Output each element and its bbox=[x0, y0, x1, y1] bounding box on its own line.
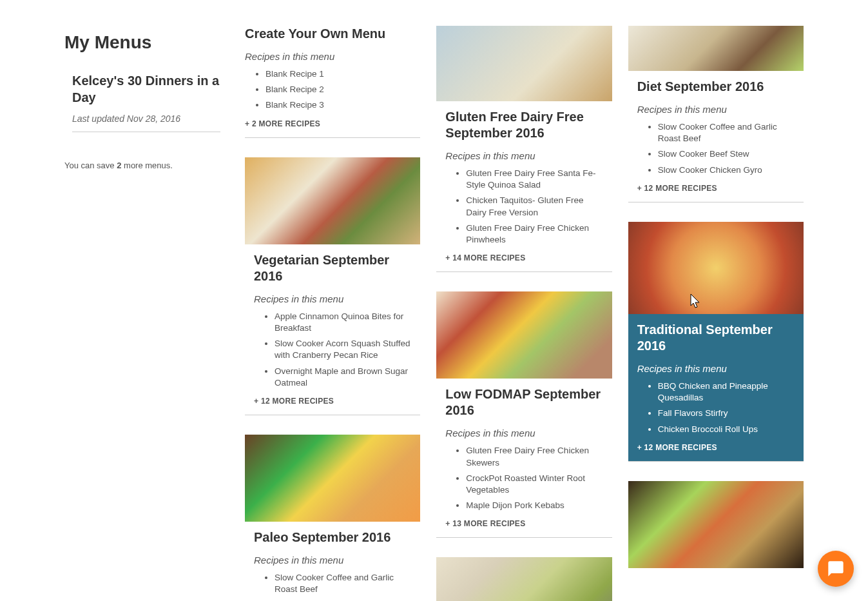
menu-card-trad[interactable]: Traditional September 2016Recipes in thi… bbox=[628, 222, 804, 462]
menu-thumbnail[interactable] bbox=[628, 481, 804, 568]
chat-button[interactable] bbox=[818, 551, 854, 587]
menu-title: Diet September 2016 bbox=[637, 79, 795, 95]
recipe-item[interactable]: Slow Cooker Acorn Squash Stuffed with Cr… bbox=[275, 338, 411, 361]
recipe-list: Slow Cooker Coffee and Garlic Roast Beef bbox=[254, 572, 411, 595]
menu-thumbnail[interactable] bbox=[436, 291, 612, 379]
more-recipes-link[interactable]: + 13 MORE RECIPES bbox=[445, 519, 603, 528]
menu-thumbnail[interactable] bbox=[436, 26, 612, 101]
recipe-item[interactable]: Gluten Free Dairy Free Chicken Skewers bbox=[466, 445, 603, 468]
recipes-label: Recipes in this menu bbox=[254, 555, 411, 566]
recipe-item[interactable]: Maple Dijon Pork Kebabs bbox=[466, 500, 603, 511]
recipe-item[interactable]: Gluten Free Dairy Free Santa Fe-Style Qu… bbox=[466, 168, 603, 191]
cursor-icon bbox=[689, 293, 702, 310]
menu-thumbnail[interactable] bbox=[245, 435, 420, 522]
menu-thumbnail[interactable] bbox=[628, 26, 804, 71]
user-menu-title: Kelcey's 30 Dinners in a Day bbox=[72, 72, 220, 106]
recipe-item[interactable]: Slow Cooker Coffee and Garlic Roast Beef bbox=[658, 121, 795, 144]
recipe-item[interactable]: Overnight Maple and Brown Sugar Oatmeal bbox=[275, 366, 411, 389]
recipe-item[interactable]: Gluten Free Dairy Free Chicken Pinwheels bbox=[466, 222, 603, 246]
user-menu-card[interactable]: Kelcey's 30 Dinners in a Day Last update… bbox=[64, 72, 226, 141]
more-recipes-link[interactable]: + 14 MORE RECIPES bbox=[445, 253, 603, 262]
divider bbox=[72, 132, 220, 132]
recipes-label: Recipes in this menu bbox=[245, 51, 411, 62]
recipe-list: Gluten Free Dairy Free Santa Fe-Style Qu… bbox=[445, 168, 603, 246]
more-recipes-link[interactable]: + 12 MORE RECIPES bbox=[637, 443, 795, 452]
recipe-list: Slow Cooker Coffee and Garlic Roast Beef… bbox=[637, 121, 795, 176]
menu-grid: Create Your Own MenuRecipes in this menu… bbox=[245, 26, 804, 601]
recipe-item[interactable]: Blank Recipe 2 bbox=[265, 84, 411, 95]
recipe-item[interactable]: CrockPot Roasted Winter Root Vegetables bbox=[466, 473, 603, 496]
chat-icon bbox=[827, 560, 845, 578]
menu-thumbnail[interactable] bbox=[245, 157, 420, 244]
menu-card-paleo[interactable]: Paleo September 2016Recipes in this menu… bbox=[245, 435, 420, 601]
menu-title: Paleo September 2016 bbox=[254, 529, 411, 546]
page-title: My Menus bbox=[64, 32, 226, 53]
recipes-label: Recipes in this menu bbox=[637, 104, 795, 115]
recipes-label: Recipes in this menu bbox=[254, 293, 411, 304]
recipe-item[interactable]: Fall Flavors Stirfry bbox=[658, 408, 795, 419]
more-recipes-link[interactable]: + 12 MORE RECIPES bbox=[637, 184, 795, 193]
menu-card-fodmap[interactable]: Low FODMAP September 2016Recipes in this… bbox=[436, 291, 612, 538]
menu-card-create[interactable]: Create Your Own MenuRecipes in this menu… bbox=[245, 26, 420, 138]
recipe-item[interactable]: BBQ Chicken and Pineapple Quesadillas bbox=[658, 380, 795, 404]
menu-title: Low FODMAP September 2016 bbox=[445, 386, 603, 419]
recipe-item[interactable]: Blank Recipe 3 bbox=[265, 99, 411, 111]
more-recipes-link[interactable]: + 12 MORE RECIPES bbox=[254, 397, 411, 406]
sidebar: My Menus Kelcey's 30 Dinners in a Day La… bbox=[64, 26, 226, 170]
menu-title: Vegetarian September 2016 bbox=[254, 252, 411, 284]
menu-card-gfdf[interactable]: Gluten Free Dairy Free September 2016Rec… bbox=[436, 26, 612, 272]
recipe-item[interactable]: Slow Cooker Chicken Gyro bbox=[658, 164, 795, 176]
recipe-item[interactable]: Slow Cooker Coffee and Garlic Roast Beef bbox=[275, 572, 411, 595]
recipes-label: Recipes in this menu bbox=[445, 428, 603, 438]
menu-title: Gluten Free Dairy Free September 2016 bbox=[445, 109, 603, 141]
recipe-item[interactable]: Blank Recipe 1 bbox=[265, 68, 411, 80]
recipe-list: Gluten Free Dairy Free Chicken SkewersCr… bbox=[445, 445, 603, 511]
menu-title: Create Your Own Menu bbox=[245, 26, 411, 42]
user-menu-updated: Last updated Nov 28, 2016 bbox=[72, 113, 220, 124]
menu-card-diet[interactable]: Diet September 2016Recipes in this menuS… bbox=[628, 26, 804, 202]
menu-title: Traditional September 2016 bbox=[637, 322, 795, 354]
menu-thumbnail[interactable] bbox=[628, 222, 804, 314]
recipe-item[interactable]: Chicken Taquitos- Gluten Free Dairy Free… bbox=[466, 195, 603, 218]
recipe-item[interactable]: Chicken Broccoli Roll Ups bbox=[658, 424, 795, 435]
menu-card-veg[interactable]: Vegetarian September 2016Recipes in this… bbox=[245, 157, 420, 415]
menu-card-pasta[interactable] bbox=[628, 481, 804, 568]
recipe-list: Blank Recipe 1Blank Recipe 2Blank Recipe… bbox=[245, 68, 411, 112]
recipes-label: Recipes in this menu bbox=[637, 363, 795, 374]
more-recipes-link[interactable]: + 2 MORE RECIPES bbox=[245, 119, 411, 128]
recipe-list: BBQ Chicken and Pineapple QuesadillasFal… bbox=[637, 380, 795, 435]
recipe-item[interactable]: Slow Cooker Beef Stew bbox=[658, 148, 795, 160]
recipes-label: Recipes in this menu bbox=[445, 150, 603, 161]
recipe-list: Apple Cinnamon Quinoa Bites for Breakfas… bbox=[254, 311, 411, 389]
menu-thumbnail[interactable] bbox=[436, 557, 612, 601]
menu-card-soup[interactable] bbox=[436, 557, 612, 601]
recipe-item[interactable]: Apple Cinnamon Quinoa Bites for Breakfas… bbox=[275, 311, 411, 334]
save-note: You can save 2 more menus. bbox=[64, 161, 226, 170]
